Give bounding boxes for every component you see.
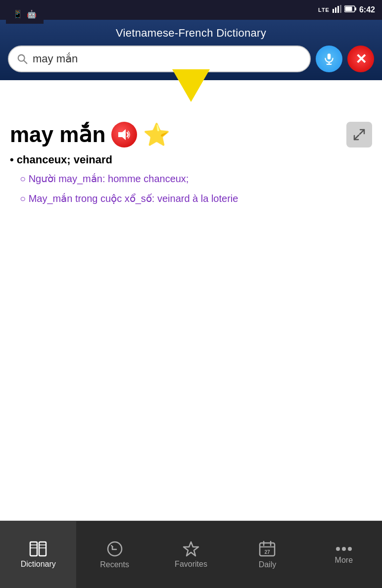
arrow-indicator (172, 69, 210, 102)
svg-point-31 (348, 547, 352, 551)
search-bar: may mắn ✕ (8, 46, 374, 72)
recents-icon (106, 540, 123, 557)
examples-list: Người may_mắn: homme chanceux; May_mắn t… (20, 171, 372, 206)
definition: chanceux; veinard (10, 153, 372, 166)
nav-recents-label: Recents (100, 560, 129, 569)
signal-icon (333, 5, 341, 15)
svg-line-15 (354, 135, 359, 140)
example-item: Người may_mắn: homme chanceux; (20, 171, 372, 186)
favorite-star[interactable]: ⭐ (143, 124, 170, 146)
svg-rect-0 (333, 9, 334, 13)
search-input-wrapper: may mắn (8, 46, 311, 72)
content-area: may mắn ⭐ chanceux; veinard Người may_mắ… (0, 114, 382, 521)
svg-rect-9 (328, 53, 331, 59)
favorites-icon (183, 541, 199, 557)
svg-line-14 (360, 130, 364, 134)
clock: 6:42 (359, 5, 375, 14)
svg-point-29 (336, 547, 340, 551)
sound-button[interactable] (111, 122, 137, 147)
nav-favorites-label: Favorites (175, 560, 207, 569)
search-icon (17, 53, 28, 64)
bottom-nav: Dictionary Recents Favorites 27 Daily (0, 521, 382, 588)
word-header: may mắn ⭐ (10, 122, 372, 147)
android-icon: 🤖 (27, 9, 37, 19)
main-word: may mắn (10, 124, 105, 146)
search-input[interactable]: may mắn (33, 52, 302, 65)
close-icon: ✕ (355, 51, 367, 67)
nav-favorites[interactable]: Favorites (153, 521, 229, 588)
svg-rect-6 (345, 7, 352, 11)
nav-daily[interactable]: 27 Daily (229, 521, 305, 588)
more-icon (335, 545, 352, 553)
svg-rect-3 (340, 5, 341, 13)
nav-more[interactable]: More (306, 521, 382, 588)
book-icon (29, 541, 47, 557)
svg-rect-2 (337, 6, 339, 13)
sound-icon (117, 129, 131, 141)
clear-button[interactable]: ✕ (347, 46, 374, 72)
expand-button[interactable] (346, 122, 372, 147)
svg-rect-17 (39, 542, 46, 556)
lte-indicator: LTE (318, 7, 330, 13)
svg-point-30 (342, 547, 346, 551)
example-item: May_mắn trong cuộc xổ_số: veinard à la l… (20, 191, 372, 206)
nav-daily-label: Daily (259, 560, 277, 569)
battery-icon (344, 5, 356, 14)
calendar-icon: 27 (259, 540, 276, 557)
svg-text:27: 27 (265, 549, 271, 555)
nav-more-label: More (335, 556, 353, 565)
status-bar: 📱 🤖 LTE 6:42 (0, 0, 382, 20)
expand-icon (352, 128, 366, 142)
mic-button[interactable] (316, 46, 342, 72)
app-title: Vietnamese-French Dictionary (8, 27, 374, 40)
svg-rect-16 (30, 542, 37, 556)
svg-marker-23 (184, 542, 198, 556)
mic-icon (323, 52, 335, 65)
svg-marker-12 (172, 69, 210, 102)
svg-rect-1 (335, 7, 336, 13)
nav-dictionary[interactable]: Dictionary (0, 521, 76, 588)
svg-rect-5 (355, 7, 356, 10)
nav-recents[interactable]: Recents (76, 521, 152, 588)
svg-line-8 (24, 60, 27, 63)
sim-icon: 📱 (13, 9, 23, 19)
svg-marker-13 (118, 129, 126, 140)
nav-dictionary-label: Dictionary (21, 560, 56, 569)
